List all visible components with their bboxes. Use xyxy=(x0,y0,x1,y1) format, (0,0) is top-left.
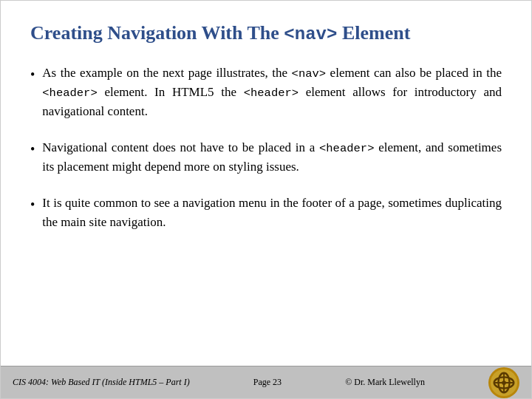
title-text-before: Creating Navigation With The xyxy=(30,22,284,44)
bullet-text-3: It is quite common to see a navigation m… xyxy=(42,194,502,233)
bullet-list: • As the example on the next page illust… xyxy=(30,64,502,232)
bullet-icon: • xyxy=(30,140,35,160)
footer-copyright: © Dr. Mark Llewellyn xyxy=(345,377,425,388)
title-text-after: Element xyxy=(337,22,410,44)
footer-page-number: Page 23 xyxy=(253,377,282,388)
slide: Creating Navigation With The <nav> Eleme… xyxy=(0,0,532,399)
bullet-icon: • xyxy=(30,195,35,216)
footer-logo xyxy=(488,367,519,398)
footer-course-info: CIS 4004: Web Based IT (Inside HTML5 – P… xyxy=(13,377,190,388)
code-header-1: <header> xyxy=(42,86,97,100)
list-item: • Navigational content does not have to … xyxy=(30,138,502,177)
title-code: <nav> xyxy=(284,24,337,44)
slide-title: Creating Navigation With The <nav> Eleme… xyxy=(30,21,502,46)
code-nav-1: <nav> xyxy=(292,67,327,81)
footer: CIS 4004: Web Based IT (Inside HTML5 – P… xyxy=(1,366,531,398)
bullet-text-1: As the example on the next page illustra… xyxy=(42,64,502,122)
code-header-2: <header> xyxy=(244,86,299,100)
main-content: Creating Navigation With The <nav> Eleme… xyxy=(1,1,531,366)
list-item: • As the example on the next page illust… xyxy=(30,64,502,122)
bullet-text-2: Navigational content does not have to be… xyxy=(42,138,502,177)
list-item: • It is quite common to see a navigation… xyxy=(30,194,502,233)
bullet-icon: • xyxy=(30,65,35,86)
code-header-3: <header> xyxy=(319,142,374,155)
